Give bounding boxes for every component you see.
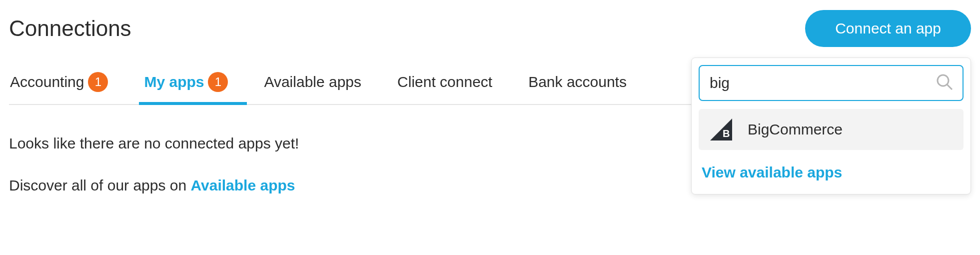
bigcommerce-icon: B bbox=[710, 118, 733, 141]
discover-text: Discover all of our apps on bbox=[9, 177, 191, 194]
search-input[interactable] bbox=[709, 74, 936, 92]
search-icon bbox=[936, 73, 954, 93]
search-result-label: BigCommerce bbox=[748, 121, 843, 138]
tab-label: Accounting bbox=[10, 74, 84, 90]
tab-my-apps[interactable]: My apps 1 bbox=[143, 62, 243, 104]
svg-point-0 bbox=[938, 75, 949, 86]
search-dropdown-panel: B BigCommerce View available apps bbox=[691, 58, 971, 194]
tab-label: My apps bbox=[144, 74, 204, 90]
svg-text:B: B bbox=[723, 128, 730, 139]
tab-accounting[interactable]: Accounting 1 bbox=[9, 62, 123, 104]
tab-label: Bank accounts bbox=[528, 74, 627, 90]
view-available-apps-link[interactable]: View available apps bbox=[699, 150, 964, 187]
search-box[interactable] bbox=[699, 65, 964, 101]
tab-available-apps[interactable]: Available apps bbox=[263, 64, 376, 102]
search-result-bigcommerce[interactable]: B BigCommerce bbox=[699, 109, 964, 150]
tab-bank-accounts[interactable]: Bank accounts bbox=[527, 64, 642, 102]
connect-an-app-button[interactable]: Connect an app bbox=[805, 10, 971, 47]
svg-line-1 bbox=[947, 84, 952, 90]
tab-label: Client connect bbox=[397, 74, 492, 90]
badge-count: 1 bbox=[208, 72, 228, 92]
badge-count: 1 bbox=[88, 72, 108, 92]
page-title: Connections bbox=[9, 16, 131, 41]
tab-client-connect[interactable]: Client connect bbox=[396, 64, 507, 102]
available-apps-link[interactable]: Available apps bbox=[191, 177, 295, 194]
tab-label: Available apps bbox=[264, 74, 361, 90]
